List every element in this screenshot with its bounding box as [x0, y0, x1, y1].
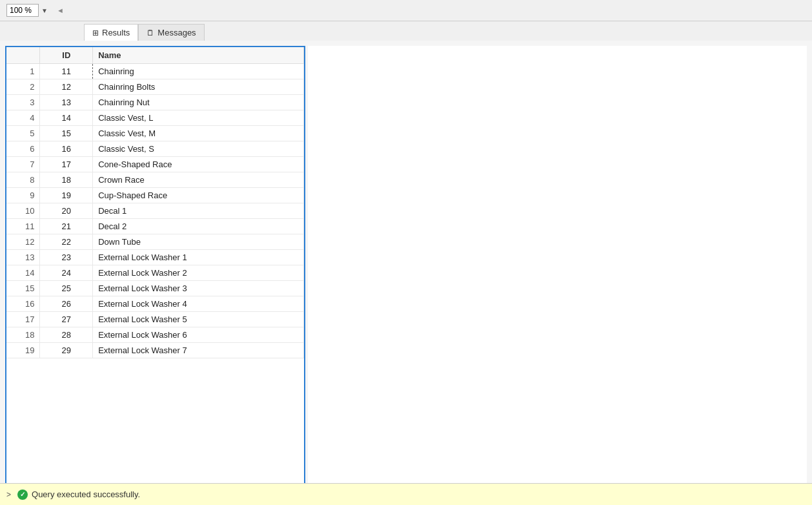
status-arrow: >	[6, 490, 11, 499]
cell-id[interactable]: 16	[40, 141, 93, 157]
zoom-input[interactable]	[6, 4, 39, 17]
cell-id[interactable]: 28	[40, 327, 93, 343]
cell-name[interactable]: Down Tube	[93, 234, 304, 250]
row-number: 17	[6, 312, 40, 327]
cell-name[interactable]: External Lock Washer 6	[93, 327, 304, 343]
zoom-control[interactable]: ▼	[6, 4, 49, 17]
row-number: 6	[6, 141, 40, 157]
row-number: 9	[6, 188, 40, 203]
cell-name[interactable]: External Lock Washer 7	[93, 343, 304, 358]
table-row[interactable]: 616Classic Vest, S	[6, 141, 304, 157]
row-num-header	[6, 47, 40, 64]
cell-id[interactable]: 18	[40, 172, 93, 188]
cell-id[interactable]: 23	[40, 250, 93, 265]
cell-id[interactable]: 27	[40, 312, 93, 327]
table-row[interactable]: 919Cup-Shaped Race	[6, 188, 304, 203]
tab-results-label: Results	[102, 28, 130, 37]
table-row[interactable]: 1929External Lock Washer 7	[6, 343, 304, 358]
results-panel: ID Name 111Chainring212Chainring Bolts31…	[5, 46, 305, 486]
cell-id[interactable]: 14	[40, 110, 93, 126]
cell-name[interactable]: External Lock Washer 4	[93, 296, 304, 312]
table-row[interactable]: 717Cone-Shaped Race	[6, 157, 304, 172]
table-row[interactable]: 1424External Lock Washer 2	[6, 265, 304, 281]
results-table: ID Name 111Chainring212Chainring Bolts31…	[6, 47, 304, 358]
row-number: 13	[6, 250, 40, 265]
col-id-header[interactable]: ID	[40, 47, 93, 64]
row-number: 1	[6, 64, 40, 79]
cell-name[interactable]: External Lock Washer 2	[93, 265, 304, 281]
cell-name[interactable]: Decal 1	[93, 203, 304, 219]
scroll-left-arrow[interactable]: ◄	[57, 6, 64, 14]
cell-id[interactable]: 11	[40, 64, 93, 79]
row-number: 3	[6, 95, 40, 110]
tab-messages[interactable]: 🗒 Messages	[138, 24, 204, 41]
cell-id[interactable]: 21	[40, 219, 93, 234]
cell-id[interactable]: 24	[40, 265, 93, 281]
cell-id[interactable]: 26	[40, 296, 93, 312]
table-row[interactable]: 1626External Lock Washer 4	[6, 296, 304, 312]
cell-name[interactable]: Chainring	[93, 64, 304, 79]
col-name-header[interactable]: Name	[93, 47, 304, 64]
cell-name[interactable]: External Lock Washer 5	[93, 312, 304, 327]
right-empty-area	[308, 46, 807, 486]
table-row[interactable]: 1222Down Tube	[6, 234, 304, 250]
row-number: 2	[6, 79, 40, 95]
cell-name[interactable]: Classic Vest, M	[93, 126, 304, 141]
table-row[interactable]: 515Classic Vest, M	[6, 126, 304, 141]
row-number: 5	[6, 126, 40, 141]
zoom-dropdown-arrow[interactable]: ▼	[40, 6, 49, 15]
cell-name[interactable]: Classic Vest, S	[93, 141, 304, 157]
status-message: Query executed successfully.	[32, 490, 140, 499]
row-number: 15	[6, 281, 40, 296]
table-row[interactable]: 1121Decal 2	[6, 219, 304, 234]
cell-name[interactable]: Cone-Shaped Race	[93, 157, 304, 172]
table-body: 111Chainring212Chainring Bolts313Chainri…	[6, 64, 304, 358]
cell-name[interactable]: Cup-Shaped Race	[93, 188, 304, 203]
table-header-row: ID Name	[6, 47, 304, 64]
table-row[interactable]: 1323External Lock Washer 1	[6, 250, 304, 265]
table-row[interactable]: 111Chainring	[6, 64, 304, 79]
cell-id[interactable]: 22	[40, 234, 93, 250]
table-row[interactable]: 1828External Lock Washer 6	[6, 327, 304, 343]
cell-name[interactable]: Chainring Bolts	[93, 79, 304, 95]
row-number: 19	[6, 343, 40, 358]
tabs-bar: ⊞ Results 🗒 Messages	[0, 21, 812, 41]
table-row[interactable]: 1727External Lock Washer 5	[6, 312, 304, 327]
tab-messages-label: Messages	[157, 28, 196, 37]
cell-name[interactable]: Decal 2	[93, 219, 304, 234]
cell-name[interactable]: Classic Vest, L	[93, 110, 304, 126]
table-row[interactable]: 1525External Lock Washer 3	[6, 281, 304, 296]
cell-id[interactable]: 12	[40, 79, 93, 95]
cell-name[interactable]: External Lock Washer 1	[93, 250, 304, 265]
row-number: 8	[6, 172, 40, 188]
cell-id[interactable]: 13	[40, 95, 93, 110]
cell-name[interactable]: Chainring Nut	[93, 95, 304, 110]
row-number: 10	[6, 203, 40, 219]
row-number: 4	[6, 110, 40, 126]
cell-name[interactable]: External Lock Washer 3	[93, 281, 304, 296]
status-bar: > ✓ Query executed successfully.	[0, 483, 812, 505]
table-row[interactable]: 212Chainring Bolts	[6, 79, 304, 95]
main-content: ID Name 111Chainring212Chainring Bolts31…	[0, 41, 812, 491]
row-number: 11	[6, 219, 40, 234]
cell-name[interactable]: Crown Race	[93, 172, 304, 188]
cell-id[interactable]: 20	[40, 203, 93, 219]
results-grid-icon: ⊞	[92, 28, 99, 37]
success-icon: ✓	[17, 490, 28, 500]
top-bar: ▼ ◄	[0, 0, 812, 21]
row-number: 12	[6, 234, 40, 250]
cell-id[interactable]: 29	[40, 343, 93, 358]
cell-id[interactable]: 15	[40, 126, 93, 141]
row-number: 18	[6, 327, 40, 343]
row-number: 14	[6, 265, 40, 281]
cell-id[interactable]: 17	[40, 157, 93, 172]
table-row[interactable]: 414Classic Vest, L	[6, 110, 304, 126]
cell-id[interactable]: 19	[40, 188, 93, 203]
row-number: 16	[6, 296, 40, 312]
cell-id[interactable]: 25	[40, 281, 93, 296]
table-row[interactable]: 313Chainring Nut	[6, 95, 304, 110]
table-row[interactable]: 818Crown Race	[6, 172, 304, 188]
tab-results[interactable]: ⊞ Results	[84, 24, 138, 41]
row-number: 7	[6, 157, 40, 172]
table-row[interactable]: 1020Decal 1	[6, 203, 304, 219]
